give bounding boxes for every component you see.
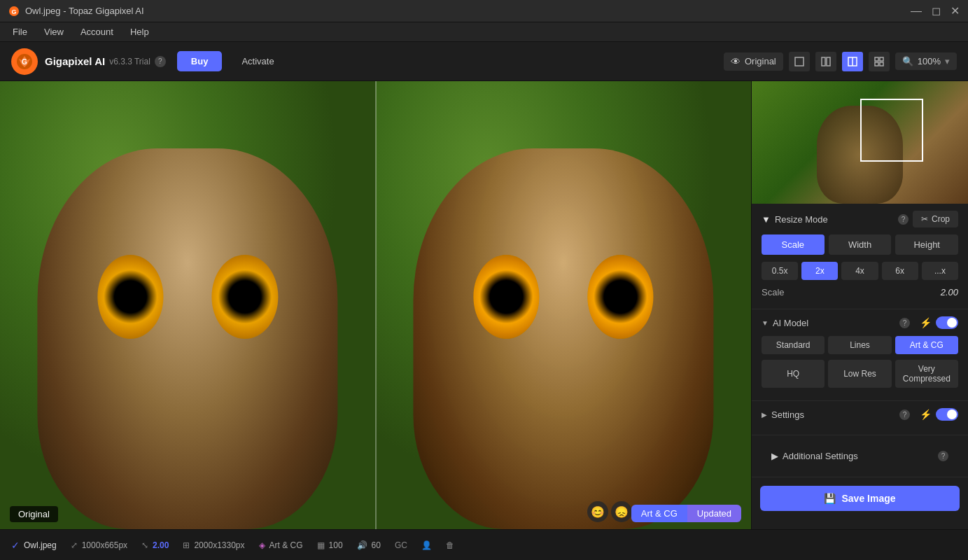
original-toggle[interactable]: 👁 Original — [724, 52, 783, 71]
scale-2x-button[interactable]: 2x — [801, 262, 838, 280]
owl-eye-right-original — [212, 255, 278, 339]
maximize-button[interactable]: ◻ — [932, 6, 941, 17]
split-divider — [375, 81, 377, 529]
menu-view[interactable]: View — [37, 24, 71, 40]
original-image — [0, 81, 376, 529]
verycompressed-quality-button[interactable]: Very Compressed — [895, 360, 958, 388]
status-gc-item: GC — [395, 540, 407, 550]
close-button[interactable]: ✕ — [951, 6, 960, 17]
crop-icon: ✂ — [921, 214, 928, 224]
ai-lightning-icon: ⚡ — [920, 317, 932, 328]
scale-custom-button[interactable]: ...x — [922, 262, 958, 280]
positive-reaction-button[interactable]: 😊 — [587, 501, 608, 522]
settings-help-icon[interactable]: ? — [899, 410, 910, 420]
menu-file[interactable]: File — [6, 24, 34, 40]
eye-icon: 👁 — [731, 56, 741, 67]
width-button[interactable]: Width — [829, 234, 892, 255]
scale-4x-button[interactable]: 4x — [841, 262, 878, 280]
settings-chevron-icon: ▶ — [762, 411, 767, 419]
owl-eye-left-original — [97, 255, 163, 339]
standard-model-button[interactable]: Standard — [762, 336, 825, 354]
resize-mode-help-icon[interactable]: ? — [898, 214, 909, 225]
ai-model-toggle[interactable] — [936, 316, 958, 329]
status-scale-item: ⤡ 2.00 — [141, 540, 169, 550]
app-help-icon[interactable]: ? — [155, 56, 166, 67]
settings-title: Settings — [771, 410, 895, 420]
view-sidebyside-button[interactable] — [842, 52, 863, 71]
trash-icon[interactable]: 🗑 — [446, 540, 454, 550]
main-content: Original 😊 😞 Art & CG Updated — [0, 81, 968, 529]
svg-rect-5 — [822, 57, 825, 66]
view-controls: 👁 Original 🔍 100% ▾ — [724, 52, 957, 71]
scale-button[interactable]: Scale — [762, 234, 825, 255]
scale-0-5x-button[interactable]: 0.5x — [762, 262, 798, 280]
scale-field-label: Scale — [762, 287, 785, 298]
additional-settings-header[interactable]: ▶ Additional Settings ? — [762, 442, 958, 470]
processed-image — [376, 81, 752, 529]
reaction-buttons: 😊 😞 — [587, 501, 632, 522]
owl-face-processed — [413, 148, 713, 529]
image-area[interactable]: Original 😊 😞 Art & CG Updated — [0, 81, 751, 529]
save-image-button[interactable]: 💾 Save Image — [760, 486, 960, 511]
status-audio-item: 🔊 60 — [357, 540, 381, 550]
lowres-quality-button[interactable]: Low Res — [828, 360, 891, 388]
hq-quality-button[interactable]: HQ — [762, 360, 825, 388]
app-title-group: Gigapixel AI v6.3.3 Trial ? — [45, 55, 166, 67]
artcg-model-button[interactable]: Art & CG — [895, 336, 958, 354]
svg-rect-11 — [875, 62, 878, 66]
owl-eye-left-processed — [473, 255, 539, 339]
gc-label: GC — [395, 540, 407, 550]
scale-value-row: Scale 2.00 — [762, 287, 958, 298]
status-user-item: 👤 — [421, 540, 432, 550]
status-original-size-item: ⤢ 1000x665px — [71, 540, 127, 550]
status-model-item: ◈ Art & CG — [259, 540, 303, 550]
settings-header[interactable]: ▶ Settings ? ⚡ — [762, 408, 958, 421]
activate-button[interactable]: Activate — [233, 51, 282, 71]
menu-help[interactable]: Help — [123, 24, 156, 40]
status-quality-item: ▦ 100 — [317, 540, 343, 550]
minimap-selector[interactable] — [860, 99, 923, 162]
zoom-control[interactable]: 🔍 100% ▾ — [895, 52, 957, 70]
split-view-icon — [821, 57, 831, 66]
negative-reaction-button[interactable]: 😞 — [611, 501, 632, 522]
processed-panel: 😊 😞 Art & CG Updated — [376, 81, 752, 529]
ai-model-help-icon[interactable]: ? — [899, 318, 910, 328]
quality-icon: ▦ — [317, 540, 325, 550]
zoom-level: 100% — [918, 56, 941, 66]
settings-toggle[interactable] — [936, 408, 958, 421]
svg-rect-4 — [795, 57, 804, 66]
additional-settings-help-icon[interactable]: ? — [938, 451, 948, 461]
settings-section: ▶ Settings ? ⚡ — [752, 401, 968, 435]
scale-width-height-group: Scale Width Height — [762, 234, 958, 255]
minimize-button[interactable]: — — [911, 6, 922, 17]
status-output-size-item: ⊞ 2000x1330px — [183, 540, 244, 550]
logo-icon: G — [16, 53, 33, 70]
resize-mode-chevron-icon: ▼ — [762, 214, 771, 225]
height-button[interactable]: Height — [895, 234, 958, 255]
view-split-button[interactable] — [815, 52, 836, 71]
menu-account[interactable]: Account — [73, 24, 120, 40]
lines-model-button[interactable]: Lines — [828, 336, 891, 354]
zoom-chevron-icon: ▾ — [945, 56, 950, 66]
ai-model-header[interactable]: ▼ AI Model ? ⚡ — [762, 316, 958, 329]
owl-eye-right-processed — [587, 255, 653, 339]
svg-rect-12 — [880, 62, 883, 66]
app-icon: G — [8, 6, 20, 17]
minimap[interactable] — [752, 81, 968, 204]
status-trash-item[interactable]: 🗑 — [446, 540, 454, 550]
status-filename: Owl.jpeg — [24, 540, 57, 550]
status-bar: ✓ Owl.jpeg ⤢ 1000x665px ⤡ 2.00 ⊞ 2000x13… — [0, 529, 968, 560]
buy-button[interactable]: Buy — [177, 51, 223, 71]
additional-settings-section: ▶ Additional Settings ? — [752, 435, 968, 477]
settings-lightning-icon: ⚡ — [920, 409, 932, 420]
logo-area: G Gigapixel AI v6.3.3 Trial ? — [11, 48, 166, 75]
crop-button[interactable]: ✂ Crop — [913, 211, 958, 227]
user-icon: 👤 — [421, 540, 432, 550]
svg-rect-10 — [880, 57, 883, 61]
original-badge: Original — [10, 506, 58, 522]
additional-settings-chevron-icon: ▶ — [771, 451, 778, 461]
view-grid-button[interactable] — [869, 52, 890, 71]
app-version-text: v6.3.3 Trial — [109, 57, 150, 66]
scale-6x-button[interactable]: 6x — [882, 262, 918, 280]
view-single-button[interactable] — [789, 52, 810, 71]
